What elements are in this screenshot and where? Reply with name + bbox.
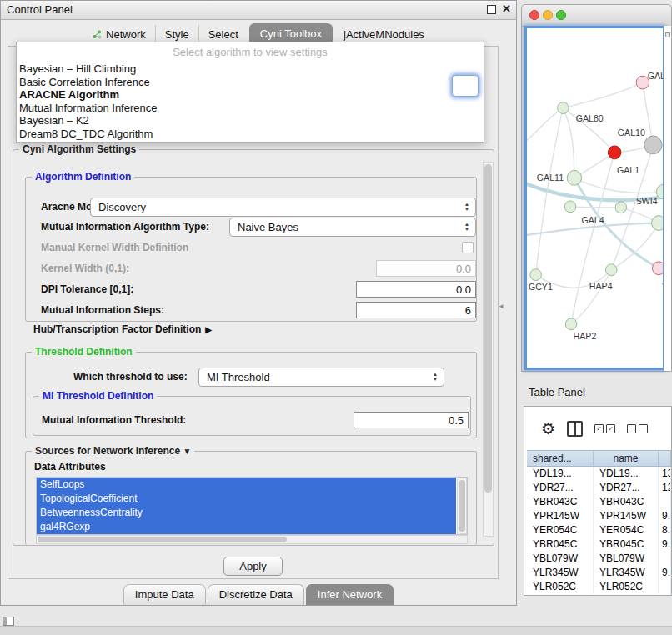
network-canvas[interactable]: GAL80GALGAL10GAL1GAL11SWI4GAL4HAP4YGCY1H… [524, 26, 665, 370]
table-row[interactable]: YER054CYER054C8. [527, 523, 671, 538]
algorithm-option[interactable]: ARACNE Algorithm [17, 88, 484, 102]
network-node[interactable] [565, 318, 577, 330]
table-cell: 9. [659, 509, 671, 523]
tab-infer-network[interactable]: Infer Network [306, 584, 394, 605]
network-node-label: GAL11 [537, 172, 564, 182]
algorithm-option[interactable]: Dream8 DC_TDC Algorithm [17, 128, 484, 141]
attribute-list[interactable]: SelfLoopsTopologicalCoefficientBetweenne… [36, 477, 468, 535]
network-node[interactable] [558, 102, 569, 114]
manual-kernel-checkbox[interactable] [462, 242, 474, 253]
bottom-tabbar: Impute Data Discretize Data Infer Networ… [1, 584, 516, 605]
dpi-tolerance-field[interactable]: 0.0 [356, 281, 476, 298]
which-threshold-value: MI Threshold [207, 371, 270, 383]
network-scroll-strip[interactable] [664, 26, 671, 371]
desktop: Control Panel ✕ Network Style Select Cyn… [0, 0, 672, 635]
unchecked-pair-icon[interactable] [627, 424, 648, 433]
table-body: YDL19...YDL19...13YDR27...YDR27...12YBR0… [527, 467, 671, 595]
network-node-label: GAL4 [582, 214, 604, 224]
attribute-item[interactable]: TopologicalCoefficient [37, 492, 456, 506]
attribute-item[interactable]: gal4RGexp [37, 520, 456, 534]
table-header: shared...name [527, 450, 671, 467]
network-node[interactable] [530, 269, 542, 281]
aracne-mode-select[interactable]: Discovery ▲▼ [90, 198, 476, 217]
hub-definition-expander[interactable]: Hub/Transcription Factor Definition ▶ [33, 322, 212, 336]
apply-button[interactable]: Apply [223, 557, 283, 576]
table-cell: YDL19... [527, 467, 594, 481]
algorithm-definition-group: Algorithm Definition Aracne Mode: Discov… [25, 177, 477, 322]
scroll-fragment-icon [665, 32, 670, 38]
mi-threshold-group: MI Threshold Definition Mutual Informati… [33, 396, 471, 436]
network-node[interactable] [608, 146, 620, 159]
tab-discretize-data[interactable]: Discretize Data [208, 584, 304, 605]
table-row[interactable]: YBL079WYBL079W [527, 552, 671, 566]
table-panel-window: ⚙ shared...name YDL19...YDL19...13YDR27.… [524, 406, 672, 596]
table-header-cell[interactable]: name [594, 451, 659, 466]
attribute-item[interactable]: SelfLoops [37, 478, 456, 492]
table-row[interactable]: YLR345WYLR345W9. [527, 566, 671, 580]
attribute-list-vscrollbar[interactable] [457, 478, 467, 534]
tab-impute-data[interactable]: Impute Data [123, 584, 206, 605]
window-title: Control Panel [7, 3, 73, 16]
gear-icon[interactable]: ⚙ [541, 421, 555, 437]
network-node[interactable] [644, 136, 662, 154]
network-node[interactable] [564, 201, 576, 212]
sources-legend-text: Sources for Network Inference [35, 445, 180, 457]
network-node[interactable] [615, 202, 627, 213]
window-close-icon[interactable]: ✕ [502, 3, 511, 15]
table-cell: YPR145W [594, 509, 659, 523]
chevron-updown-icon: ▲▼ [463, 202, 471, 212]
algorithm-option[interactable]: Mutual Information Inference [17, 102, 484, 115]
network-node[interactable] [606, 264, 618, 276]
mi-type-select[interactable]: Naive Bayes ▲▼ [229, 218, 476, 237]
control-panel-titlebar[interactable]: Control Panel ✕ [1, 1, 516, 20]
mi-threshold-field[interactable]: 0.5 [354, 412, 469, 428]
algorithm-dropdown-popup: Select algorithm to view settings Bayesi… [16, 42, 484, 142]
mi-type-value: Naive Bayes [238, 221, 298, 233]
zoom-traffic-light-icon[interactable] [556, 10, 566, 20]
table-row[interactable]: YDR27...YDR27...12 [527, 481, 671, 495]
table-cell: YBR045C [527, 538, 594, 552]
splitter-collapse-icon[interactable]: ◄ [498, 302, 504, 310]
window-buttons: ✕ [487, 3, 511, 15]
network-node[interactable] [652, 262, 663, 275]
table-row[interactable]: YPR145WYPR145W9. [527, 509, 671, 523]
close-traffic-light-icon[interactable] [529, 10, 539, 20]
sources-legend[interactable]: Sources for Network Inference ▼ [32, 445, 194, 457]
network-node-label: HAP2 [574, 331, 597, 341]
table-row[interactable]: YBR045CYBR045C9. [527, 538, 671, 552]
triangle-down-icon: ▼ [183, 447, 191, 456]
network-tab-icon [93, 30, 102, 39]
mi-steps-field[interactable]: 6 [356, 302, 476, 318]
network-window-titlebar[interactable] [522, 5, 671, 27]
dock-panel-icon[interactable] [3, 617, 14, 626]
table-cell [659, 552, 671, 566]
table-cell: YLR345W [594, 566, 659, 580]
table-cell [659, 580, 671, 594]
network-node[interactable] [651, 216, 663, 231]
attribute-list-hscrollbar[interactable] [36, 535, 468, 544]
algorithm-option[interactable]: Basic Correlation Inference [17, 76, 484, 89]
window-float-icon[interactable] [487, 5, 496, 14]
table-row[interactable]: YLR052CYLR052C [527, 580, 671, 594]
dpi-tolerance-label: DPI Tolerance [0,1]: [41, 280, 133, 298]
algorithm-option[interactable]: Bayesian – Hill Climbing [17, 62, 484, 76]
which-threshold-select[interactable]: MI Threshold ▲▼ [198, 368, 444, 387]
settings-scrollbar[interactable] [483, 162, 494, 537]
attribute-item[interactable]: BetweennessCentrality [37, 506, 456, 520]
kernel-width-field[interactable]: 0.0 [376, 260, 476, 277]
columns-icon[interactable] [567, 421, 583, 437]
table-row[interactable]: YBR043CYBR043C [527, 495, 671, 509]
table-row[interactable]: YDL19...YDL19...13 [527, 467, 671, 481]
mi-threshold-label: Mutual Information Threshold: [42, 412, 186, 428]
network-node[interactable] [567, 170, 581, 185]
table-cell: 9. [659, 566, 671, 580]
network-edge [563, 82, 642, 108]
network-svg: GAL80GALGAL10GAL1GAL11SWI4GAL4HAP4YGCY1H… [527, 28, 663, 368]
table-header-cell[interactable] [659, 451, 671, 466]
algorithm-combo-button[interactable] [452, 75, 479, 97]
table-header-cell[interactable]: shared... [527, 451, 594, 466]
control-panel-window: Control Panel ✕ Network Style Select Cyn… [0, 0, 517, 606]
algorithm-option[interactable]: Bayesian – K2 [17, 114, 484, 128]
checked-pair-icon[interactable] [594, 424, 615, 433]
minimize-traffic-light-icon[interactable] [543, 10, 553, 20]
